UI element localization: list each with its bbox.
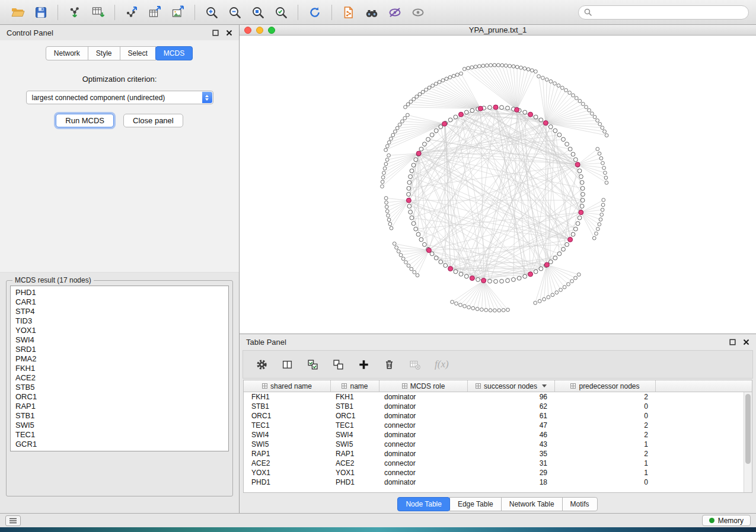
save-session-button[interactable] <box>30 3 52 22</box>
table-row[interactable]: YOX1YOX1connector291 <box>244 468 744 477</box>
show-columns-button[interactable] <box>282 357 293 372</box>
float-panel-icon[interactable] <box>729 339 736 345</box>
toggle-graphics-details-button[interactable] <box>384 3 406 22</box>
table-scrollbar[interactable] <box>744 392 752 492</box>
result-node-item[interactable]: GCR1 <box>11 440 228 449</box>
result-node-item[interactable]: RAP1 <box>11 402 228 411</box>
result-node-item[interactable]: CAR1 <box>11 297 228 307</box>
result-node-item[interactable]: ACE2 <box>11 373 228 383</box>
select-all-button[interactable] <box>307 357 318 372</box>
add-column-button[interactable] <box>358 357 369 372</box>
result-node-item[interactable]: STP4 <box>11 307 228 316</box>
zoom-in-button[interactable] <box>201 3 222 22</box>
search-box[interactable] <box>578 5 749 20</box>
import-network-icon <box>68 5 82 20</box>
find-button[interactable] <box>361 3 382 22</box>
network-window-titlebar[interactable]: YPA_prune.txt_1 <box>240 25 756 36</box>
search-input[interactable] <box>595 8 743 17</box>
result-node-item[interactable]: PHD1 <box>11 288 228 297</box>
panels-menu-button[interactable] <box>5 515 21 526</box>
table-header: shared namenameMCDS rolesuccessor nodesp… <box>244 380 752 392</box>
tab-node-table[interactable]: Node Table <box>397 497 450 511</box>
tab-mcds[interactable]: MCDS <box>155 46 193 60</box>
close-panel-icon[interactable] <box>226 30 232 36</box>
result-node-item[interactable]: TID3 <box>11 316 228 326</box>
table-row[interactable]: SWI5SWI5connector431 <box>244 440 744 449</box>
cell-predecessor-nodes: 1 <box>555 468 656 477</box>
float-panel-icon[interactable] <box>212 30 219 36</box>
sort-dropdown-icon[interactable] <box>542 384 547 387</box>
mcds-result-list[interactable]: PHD1CAR1STP4TID3YOX1SWI4SRD1PMA2FKH1ACE2… <box>10 286 229 451</box>
tab-network[interactable]: Network <box>46 46 88 60</box>
open-session-button[interactable] <box>7 3 28 22</box>
export-table-button[interactable] <box>144 3 165 22</box>
mcds-result-box: MCDS result (17 nodes) PHD1CAR1STP4TID3Y… <box>6 276 233 496</box>
deselect-all-button[interactable] <box>333 357 344 372</box>
column-label: MCDS role <box>410 382 445 390</box>
window-minimize-icon[interactable] <box>256 27 263 34</box>
zoom-out-button[interactable] <box>224 3 245 22</box>
cell-shared-name: SWI4 <box>244 430 331 440</box>
result-node-item[interactable]: TEC1 <box>11 430 228 440</box>
column-header-MCDS-role[interactable]: MCDS role <box>379 380 468 392</box>
export-network-button[interactable] <box>121 3 142 22</box>
table-body[interactable]: FKH1FKH1dominator962STB1STB1dominator620… <box>244 392 744 492</box>
zoom-selected-button[interactable] <box>270 3 292 22</box>
window-maximize-icon[interactable] <box>268 27 275 34</box>
result-node-item[interactable]: SWI5 <box>11 421 228 430</box>
table-row[interactable]: STB1STB1dominator620 <box>244 402 744 411</box>
network-graph[interactable] <box>240 36 755 334</box>
table-row[interactable]: ORC1ORC1dominator610 <box>244 411 744 421</box>
close-panel-button[interactable]: Close panel <box>123 114 183 127</box>
tab-select[interactable]: Select <box>120 46 156 60</box>
apply-layout-button[interactable] <box>304 3 326 22</box>
import-table-button[interactable] <box>87 3 109 22</box>
network-canvas[interactable] <box>240 36 755 334</box>
criterion-dropdown[interactable]: largest connected component (undirected) <box>26 91 213 104</box>
delete-column-button[interactable] <box>384 357 395 372</box>
memory-label: Memory <box>718 517 744 525</box>
tab-network-table[interactable]: Network Table <box>501 497 563 511</box>
tab-motifs[interactable]: Motifs <box>562 497 598 511</box>
tab-edge-table[interactable]: Edge Table <box>449 497 502 511</box>
document-share-button[interactable] <box>338 3 359 22</box>
column-header-name[interactable]: name <box>331 380 379 392</box>
table-settings-button[interactable] <box>256 357 267 372</box>
column-header-filler <box>656 380 752 392</box>
table-panel: Table Panel f(x) shared namenameMCDS rol… <box>240 334 756 513</box>
export-image-button[interactable] <box>167 3 189 22</box>
result-node-item[interactable]: YOX1 <box>11 326 228 335</box>
cell-MCDS-role: connector <box>379 421 468 430</box>
cell-shared-name: ORC1 <box>244 411 331 421</box>
result-node-item[interactable]: SRD1 <box>11 345 228 354</box>
table-row[interactable]: PHD1PHD1dominator180 <box>244 477 744 487</box>
tab-style[interactable]: Style <box>88 46 120 60</box>
column-header-shared-name[interactable]: shared name <box>244 380 331 392</box>
window-close-icon[interactable] <box>244 27 251 34</box>
column-label: successor nodes <box>484 382 537 390</box>
scrollbar-thumb[interactable] <box>745 394 751 464</box>
import-network-button[interactable] <box>64 3 85 22</box>
column-header-successor-nodes[interactable]: successor nodes <box>468 380 555 392</box>
result-node-item[interactable]: FKH1 <box>11 364 228 373</box>
table-row[interactable]: SWI4SWI4dominator462 <box>244 430 744 440</box>
table-row[interactable]: TEC1TEC1connector472 <box>244 421 744 430</box>
table-row[interactable]: ACE2ACE2connector311 <box>244 459 744 468</box>
table-row[interactable]: RAP1RAP1dominator352 <box>244 449 744 459</box>
show-hide-button[interactable] <box>407 3 429 22</box>
result-node-item[interactable]: ORC1 <box>11 392 228 402</box>
memory-button[interactable]: Memory <box>702 515 751 526</box>
control-panel-tabs: NetworkStyleSelectMCDS <box>0 46 239 60</box>
result-node-item[interactable]: STB1 <box>11 411 228 421</box>
checked-boxes-icon <box>307 359 318 370</box>
cell-MCDS-role: connector <box>379 468 468 477</box>
result-node-item[interactable]: SWI4 <box>11 335 228 345</box>
column-label: name <box>350 382 368 390</box>
close-panel-icon[interactable] <box>743 339 749 345</box>
table-row[interactable]: FKH1FKH1dominator962 <box>244 392 744 402</box>
result-node-item[interactable]: STB5 <box>11 383 228 392</box>
result-node-item[interactable]: PMA2 <box>11 354 228 364</box>
column-header-predecessor-nodes[interactable]: predecessor nodes <box>555 380 656 392</box>
zoom-fit-button[interactable] <box>247 3 269 22</box>
run-mcds-button[interactable]: Run MCDS <box>56 114 114 127</box>
